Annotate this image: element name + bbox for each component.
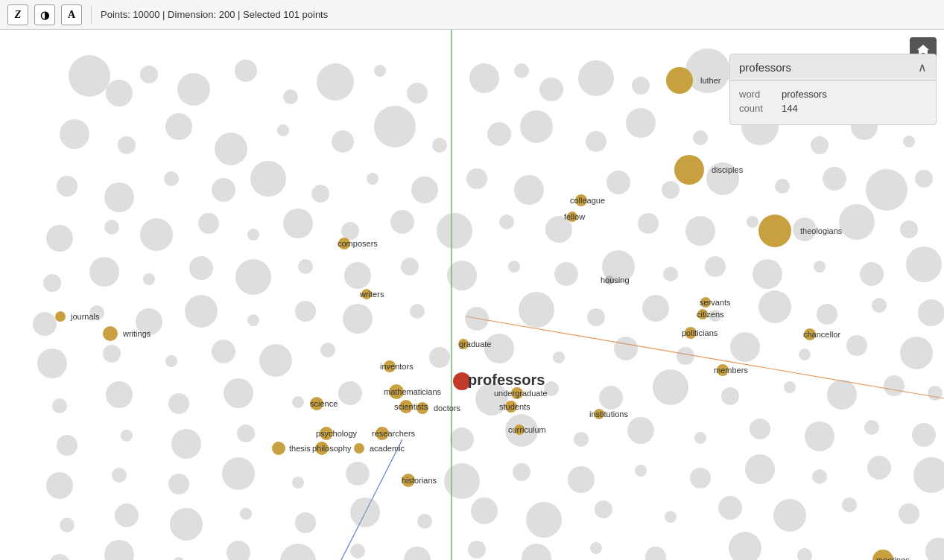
bg-point (773, 499, 806, 532)
bg-point (775, 179, 790, 194)
point-label-historians: historians (402, 476, 437, 485)
point-label-psychology: psychology (316, 429, 357, 438)
point-label-science: science (310, 399, 338, 408)
bg-point (338, 381, 362, 405)
bg-point (812, 469, 827, 484)
bg-point (899, 503, 919, 524)
bg-point (104, 182, 134, 212)
bg-point (653, 369, 688, 405)
bg-point (410, 304, 425, 319)
point-label-students: students (499, 402, 530, 411)
bg-point (317, 63, 354, 101)
bg-point (235, 259, 271, 295)
labeled-point-theologians[interactable] (758, 214, 791, 247)
bg-point (165, 355, 177, 367)
bg-point (632, 77, 650, 95)
z-icon[interactable]: Z (7, 4, 28, 25)
bg-point (168, 474, 189, 494)
point-label-inventors: inventors (380, 362, 414, 371)
bg-point (237, 424, 255, 442)
bg-point (466, 168, 487, 189)
labeled-point-thesis[interactable] (272, 442, 285, 455)
point-label-meetings: meetings (876, 556, 910, 560)
point-label-colleague: colleague (570, 196, 605, 205)
bg-point (343, 304, 373, 334)
bg-point (37, 349, 67, 378)
bg-point (60, 518, 75, 532)
bg-point (805, 421, 834, 451)
bg-point (514, 175, 544, 205)
bg-point (250, 161, 286, 197)
count-row: count 144 (739, 103, 927, 114)
bg-point (866, 169, 907, 211)
bg-point (514, 63, 529, 78)
bg-point (685, 216, 715, 246)
point-label-disciples: disciples (712, 165, 743, 174)
bg-point (693, 130, 708, 145)
bg-point (526, 502, 562, 538)
a-icon[interactable]: A (61, 4, 82, 25)
point-label-servants: servants (700, 298, 731, 307)
bg-point (46, 472, 73, 499)
bg-point (170, 508, 203, 541)
bg-point (118, 136, 136, 154)
bg-point (811, 136, 829, 154)
labeled-point-journals[interactable] (55, 311, 66, 322)
bg-point (104, 540, 134, 560)
point-label-doctors: doctors (434, 404, 460, 413)
point-label-curriculum: curriculum (508, 425, 546, 434)
bg-point (444, 463, 480, 499)
bg-point (487, 122, 511, 146)
point-label-luther: luther (700, 76, 721, 85)
bg-point (690, 468, 711, 489)
bg-point (797, 548, 812, 560)
bg-point (292, 396, 304, 408)
bg-point (103, 345, 121, 363)
bg-point (817, 304, 837, 325)
bg-point (747, 216, 758, 228)
bg-point (104, 220, 119, 235)
point-label-politicians: politicians (682, 328, 717, 337)
bg-point (860, 262, 884, 286)
labeled-point-academic[interactable] (354, 443, 364, 454)
bg-point (295, 512, 316, 533)
bg-point (247, 314, 259, 326)
bg-point (694, 432, 706, 444)
bg-point (390, 210, 414, 234)
bg-point (429, 347, 450, 368)
bg-point (283, 209, 313, 238)
bg-point (925, 538, 944, 560)
point-label-writings: writings (123, 329, 151, 338)
bg-point (626, 108, 656, 138)
bg-point (69, 55, 110, 97)
bg-point (662, 181, 680, 199)
bg-point (450, 427, 474, 451)
labeled-point-writings[interactable] (103, 326, 118, 341)
bg-point (57, 176, 77, 197)
bg-point (112, 468, 127, 483)
bg-point (872, 298, 887, 313)
bg-point (374, 65, 386, 77)
bg-point (60, 119, 89, 149)
collapse-icon[interactable]: ∧ (918, 60, 927, 74)
bg-point (374, 106, 416, 147)
bg-point (918, 299, 944, 326)
bg-point (140, 66, 158, 83)
bg-point (33, 312, 57, 336)
toolbar-separator (91, 6, 92, 24)
point-label-theologians: theologians (800, 226, 842, 235)
bg-point (465, 307, 489, 331)
labeled-point-luther[interactable] (666, 67, 693, 94)
bg-point (814, 261, 826, 273)
bg-point (106, 381, 133, 408)
info-panel-header: professors ∧ (730, 54, 936, 81)
bg-point (277, 124, 289, 136)
point-label-writers: writers (360, 290, 384, 299)
moon-icon[interactable]: ◑ (34, 4, 55, 25)
bg-point (411, 176, 438, 203)
bg-point (215, 133, 247, 165)
labeled-point-disciples[interactable] (674, 155, 704, 185)
bg-point (729, 532, 761, 560)
bg-point (350, 544, 365, 559)
bg-point (140, 218, 173, 251)
